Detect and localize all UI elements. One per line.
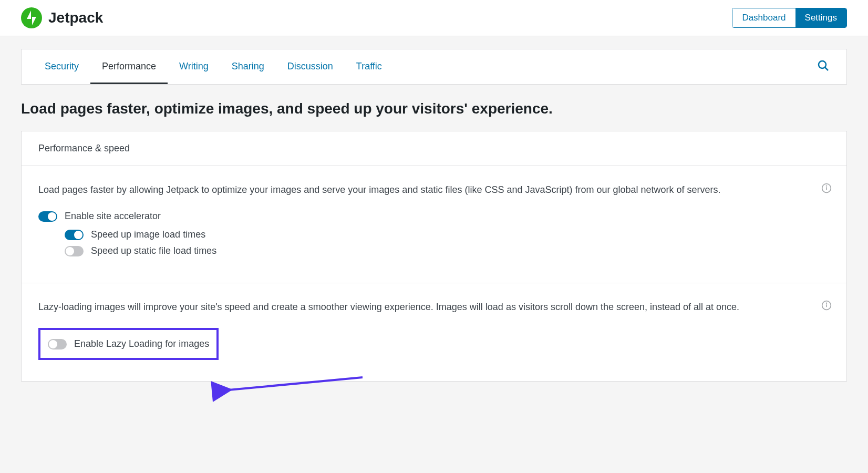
svg-line-8 bbox=[229, 377, 363, 390]
nav-settings[interactable]: Settings bbox=[795, 8, 846, 27]
toggle-speed-images[interactable] bbox=[65, 230, 84, 240]
toggle-site-accelerator[interactable] bbox=[38, 211, 57, 222]
toggle-label-accelerator: Enable site accelerator bbox=[65, 211, 161, 222]
search-icon[interactable] bbox=[812, 54, 835, 79]
toggle-label-lazy: Enable Lazy Loading for images bbox=[74, 338, 209, 349]
toggle-row-accelerator: Enable site accelerator bbox=[38, 211, 830, 222]
panel-title: Performance & speed bbox=[22, 131, 846, 166]
accelerator-desc: Load pages faster by allowing Jetpack to… bbox=[38, 183, 830, 197]
page-title: Load pages faster, optimize images, and … bbox=[21, 99, 847, 118]
tab-security[interactable]: Security bbox=[33, 49, 90, 84]
svg-point-7 bbox=[826, 303, 827, 304]
brand-logo: Jetpack bbox=[21, 7, 103, 28]
toggle-speed-static[interactable] bbox=[65, 246, 84, 256]
tab-traffic[interactable]: Traffic bbox=[345, 49, 394, 84]
app-header: Jetpack Dashboard Settings bbox=[0, 0, 868, 36]
top-nav: Dashboard Settings bbox=[732, 8, 847, 28]
annotation-arrow-icon bbox=[205, 371, 373, 394]
toggle-lazy-loading[interactable] bbox=[48, 339, 67, 349]
svg-point-4 bbox=[826, 186, 827, 187]
toggle-label-static: Speed up static file load times bbox=[91, 245, 216, 256]
tab-sharing[interactable]: Sharing bbox=[220, 49, 276, 84]
jetpack-logo-icon bbox=[21, 7, 42, 28]
settings-tabs: Security Performance Writing Sharing Dis… bbox=[21, 49, 847, 85]
lazy-desc: Lazy-loading images will improve your si… bbox=[38, 300, 830, 314]
tab-writing[interactable]: Writing bbox=[168, 49, 220, 84]
info-icon[interactable] bbox=[821, 183, 832, 196]
content-area: Security Performance Writing Sharing Dis… bbox=[0, 36, 868, 394]
highlight-annotation: Enable Lazy Loading for images bbox=[38, 328, 219, 360]
tab-performance[interactable]: Performance bbox=[90, 49, 168, 84]
brand-name: Jetpack bbox=[48, 9, 103, 26]
performance-panel: Performance & speed Load pages faster by… bbox=[21, 131, 847, 382]
toggle-label-images: Speed up image load times bbox=[91, 229, 205, 240]
svg-line-1 bbox=[825, 67, 828, 70]
tab-discussion[interactable]: Discussion bbox=[276, 49, 345, 84]
toggle-row-images: Speed up image load times bbox=[65, 229, 830, 240]
svg-point-0 bbox=[819, 61, 826, 68]
lazy-loading-section: Lazy-loading images will improve your si… bbox=[22, 283, 846, 381]
toggle-row-static: Speed up static file load times bbox=[65, 245, 830, 256]
site-accelerator-section: Load pages faster by allowing Jetpack to… bbox=[22, 166, 846, 283]
nav-dashboard[interactable]: Dashboard bbox=[732, 8, 795, 27]
info-icon[interactable] bbox=[821, 300, 832, 313]
